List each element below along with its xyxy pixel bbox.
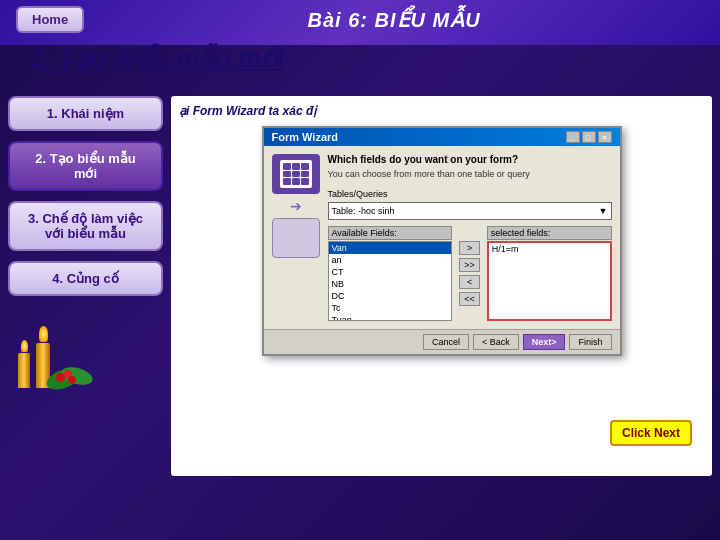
sidebar-item-khai-niem[interactable]: 1. Khái niệm [8, 96, 163, 131]
wizard-title: Form Wizard [272, 131, 339, 143]
finish-button[interactable]: Finish [569, 334, 611, 350]
wizard-icon-primary [272, 154, 320, 194]
page-title: 2. Tạo biểu mẫu mới [30, 43, 690, 74]
move-all-right-btn[interactable]: >> [459, 258, 480, 272]
move-all-left-btn[interactable]: << [459, 292, 480, 306]
sidebar-item-tao-bieu-mau[interactable]: 2. Tạo biểu mẫu mới [8, 141, 163, 191]
field-item-van[interactable]: Van [329, 242, 452, 254]
back-button[interactable]: < Back [473, 334, 519, 350]
tables-select[interactable]: Table: -hoc sinh ▼ [328, 202, 612, 220]
wizard-footer: Cancel < Back Next> Finish [264, 329, 620, 354]
candle-decoration [18, 340, 30, 388]
field-move-buttons: > >> < << [456, 226, 483, 321]
field-item-tuan[interactable]: Tuan [329, 314, 452, 321]
cancel-button[interactable]: Cancel [423, 334, 469, 350]
field-item-tc[interactable]: Tc [329, 302, 452, 314]
wizard-question: Which fields do you want on your form? [328, 154, 612, 165]
sidebar-item-che-do[interactable]: 3. Chế độ làm việc với biểu mẫu [8, 201, 163, 251]
wizard-titlebar: Form Wizard _ □ × [264, 128, 620, 146]
selected-fields-header: selected fields: [487, 226, 612, 240]
move-left-btn[interactable]: < [459, 275, 480, 289]
sidebar-item-cung-co[interactable]: 4. Củng cố [8, 261, 163, 296]
home-button[interactable]: Home [16, 6, 84, 33]
page-header-title: Bài 6: BIỂU MẪU [84, 8, 704, 32]
next-button[interactable]: Next> [523, 334, 566, 350]
select-arrow-icon: ▼ [599, 206, 608, 216]
click-next-annotation: Click Next [610, 420, 692, 446]
selected-field-item[interactable]: H/1=m [489, 243, 610, 255]
wizard-icon-secondary [272, 218, 320, 258]
available-fields-header: Available Fields: [328, 226, 453, 240]
wizard-description: You can choose from more than one table … [328, 169, 612, 181]
form-wizard-dialog: Form Wizard _ □ × [262, 126, 622, 356]
move-right-btn[interactable]: > [459, 241, 480, 255]
available-fields-list[interactable]: Van an CT NB DC Tc Tuan [328, 241, 453, 321]
wizard-minimize-btn[interactable]: _ [566, 131, 580, 143]
selected-fields-list[interactable]: H/1=m [487, 241, 612, 321]
instruction-text: ại Form Wizard ta xác đị [179, 104, 704, 118]
field-item-dc[interactable]: DC [329, 290, 452, 302]
tables-label: Tables/Queries [328, 189, 398, 199]
field-item-nb[interactable]: NB [329, 278, 452, 290]
field-item-an[interactable]: an [329, 254, 452, 266]
wizard-close-btn[interactable]: × [598, 131, 612, 143]
wizard-maximize-btn[interactable]: □ [582, 131, 596, 143]
field-item-ct[interactable]: CT [329, 266, 452, 278]
wizard-icon-area: ➔ [272, 154, 320, 321]
